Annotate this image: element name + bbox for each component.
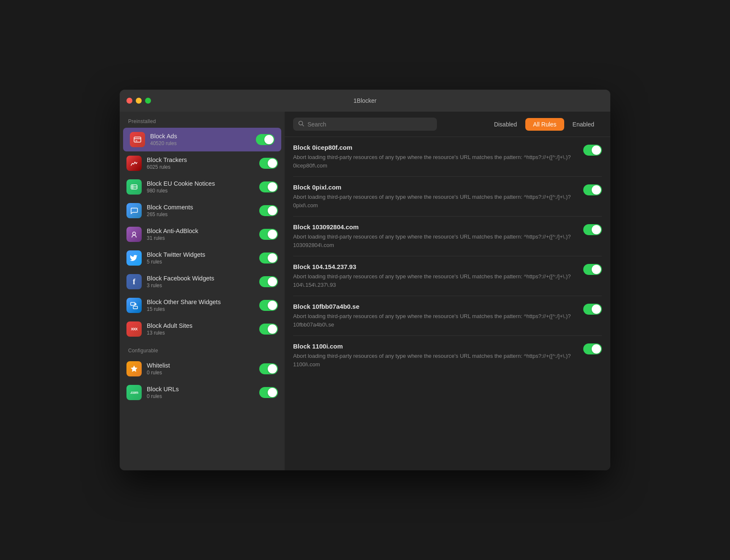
toggle-block-ads[interactable] bbox=[256, 134, 274, 145]
icon-block-share bbox=[126, 298, 142, 313]
rule-description: Abort loading third-party resources of a… bbox=[293, 193, 576, 209]
icon-whitelist bbox=[126, 361, 142, 376]
configurable-section-label: Configurable bbox=[120, 341, 285, 357]
icon-block-eu-cookie bbox=[126, 179, 142, 195]
toggle-rule-1[interactable] bbox=[583, 145, 602, 156]
sidebar-item-block-share[interactable]: Block Other Share Widgets15 rules bbox=[120, 294, 285, 317]
icon-block-trackers bbox=[126, 156, 142, 171]
sidebar-item-block-anti-adblock[interactable]: Block Anti-AdBlock31 rules bbox=[120, 222, 285, 246]
item-name-block-urls: Block URLs bbox=[147, 386, 259, 393]
svg-point-6 bbox=[133, 232, 136, 235]
toggle-rule-5[interactable] bbox=[583, 304, 602, 315]
rule-description: Abort loading third-party resources of a… bbox=[293, 352, 576, 368]
item-name-block-comments: Block Comments bbox=[147, 204, 259, 211]
maximize-button[interactable] bbox=[145, 98, 151, 104]
item-count-block-facebook: 3 rules bbox=[147, 283, 259, 288]
svg-rect-8 bbox=[133, 306, 137, 309]
filter-buttons: Disabled All Rules Enabled bbox=[486, 118, 602, 131]
rule-title: Block 103092804.com bbox=[293, 223, 576, 231]
toolbar: Disabled All Rules Enabled bbox=[285, 112, 610, 137]
rule-item: Block 104.154.237.93Abort loading third-… bbox=[293, 256, 602, 296]
toggle-block-facebook[interactable] bbox=[259, 276, 278, 287]
toggle-block-share[interactable] bbox=[259, 300, 278, 311]
rule-item: Block 1100i.comAbort loading third-party… bbox=[293, 336, 602, 375]
toggle-rule-4[interactable] bbox=[583, 264, 602, 275]
minimize-button[interactable] bbox=[136, 98, 142, 104]
rule-title: Block 0pixl.com bbox=[293, 184, 576, 191]
preinstalled-section-label: Preinstalled bbox=[120, 112, 285, 128]
rule-description: Abort loading third-party resources of a… bbox=[293, 233, 576, 249]
item-count-whitelist: 0 rules bbox=[147, 370, 259, 376]
toggle-rule-3[interactable] bbox=[583, 224, 602, 235]
item-count-block-ads: 40520 rules bbox=[150, 140, 256, 146]
sidebar-item-block-trackers[interactable]: Block Trackers6025 rules bbox=[120, 151, 285, 175]
close-button[interactable] bbox=[126, 98, 132, 104]
rule-content: Block 103092804.comAbort loading third-p… bbox=[293, 223, 576, 249]
item-count-block-adult: 13 rules bbox=[147, 330, 259, 336]
item-name-block-facebook: Block Facebook Widgets bbox=[147, 275, 259, 282]
toggle-block-anti-adblock[interactable] bbox=[259, 229, 278, 240]
rule-content: Block 0pixl.comAbort loading third-party… bbox=[293, 184, 576, 209]
icon-block-facebook: f bbox=[126, 274, 142, 289]
toggle-whitelist[interactable] bbox=[259, 363, 278, 374]
rule-item: Block 103092804.comAbort loading third-p… bbox=[293, 217, 602, 256]
icon-block-comments bbox=[126, 203, 142, 218]
toggle-block-twitter[interactable] bbox=[259, 253, 278, 264]
content-area: Preinstalled Block Ads40520 rulesBlock T… bbox=[120, 112, 610, 470]
rule-description: Abort loading third-party resources of a… bbox=[293, 272, 576, 289]
rule-content: Block 1100i.comAbort loading third-party… bbox=[293, 343, 576, 368]
search-input[interactable] bbox=[307, 121, 432, 128]
rule-title: Block 10fbb07a4b0.se bbox=[293, 303, 576, 310]
svg-rect-0 bbox=[134, 137, 141, 142]
item-name-whitelist: Whitelist bbox=[147, 362, 259, 369]
search-box bbox=[293, 118, 437, 131]
item-count-block-eu-cookie: 980 rules bbox=[147, 188, 259, 194]
icon-block-twitter bbox=[126, 250, 142, 266]
main-panel: Disabled All Rules Enabled Block 0icep80… bbox=[285, 112, 610, 470]
toggle-block-adult[interactable] bbox=[259, 324, 278, 335]
sidebar-item-block-adult[interactable]: XXXBlock Adult Sites13 rules bbox=[120, 317, 285, 341]
app-window: 1Blocker Preinstalled Block Ads40520 rul… bbox=[120, 90, 610, 470]
rule-description: Abort loading third-party resources of a… bbox=[293, 153, 576, 170]
item-count-block-urls: 0 rules bbox=[147, 393, 259, 399]
sidebar-item-whitelist[interactable]: Whitelist0 rules bbox=[120, 357, 285, 381]
item-count-block-share: 15 rules bbox=[147, 306, 259, 312]
toggle-block-trackers[interactable] bbox=[259, 158, 278, 169]
sidebar-item-block-ads[interactable]: Block Ads40520 rules bbox=[123, 128, 281, 151]
rule-description: Abort loading third-party resources of a… bbox=[293, 312, 576, 329]
icon-block-adult: XXX bbox=[126, 321, 142, 337]
rule-title: Block 0icep80f.com bbox=[293, 144, 576, 151]
filter-disabled-button[interactable]: Disabled bbox=[486, 118, 524, 131]
svg-line-10 bbox=[302, 125, 304, 126]
sidebar-item-block-urls[interactable]: .comBlock URLs0 rules bbox=[120, 381, 285, 404]
toggle-rule-2[interactable] bbox=[583, 184, 602, 195]
item-count-block-twitter: 5 rules bbox=[147, 259, 259, 265]
item-name-block-adult: Block Adult Sites bbox=[147, 322, 259, 329]
item-name-block-eu-cookie: Block EU Cookie Notices bbox=[147, 180, 259, 187]
rule-item: Block 0pixl.comAbort loading third-party… bbox=[293, 177, 602, 217]
toggle-rule-6[interactable] bbox=[583, 343, 602, 354]
item-count-block-anti-adblock: 31 rules bbox=[147, 235, 259, 241]
item-name-block-anti-adblock: Block Anti-AdBlock bbox=[147, 228, 259, 234]
filter-all-button[interactable]: All Rules bbox=[525, 118, 564, 131]
sidebar-item-block-comments[interactable]: Block Comments265 rules bbox=[120, 199, 285, 222]
toggle-block-urls[interactable] bbox=[259, 387, 278, 398]
sidebar-item-block-eu-cookie[interactable]: Block EU Cookie Notices980 rules bbox=[120, 175, 285, 199]
toggle-block-comments[interactable] bbox=[259, 205, 278, 216]
icon-block-urls: .com bbox=[126, 385, 142, 400]
sidebar-item-block-twitter[interactable]: Block Twitter Widgets5 rules bbox=[120, 246, 285, 270]
window-title: 1Blocker bbox=[354, 97, 376, 104]
item-name-block-share: Block Other Share Widgets bbox=[147, 299, 259, 305]
toggle-block-eu-cookie[interactable] bbox=[259, 181, 278, 192]
icon-block-ads bbox=[130, 132, 145, 147]
rule-item: Block 0icep80f.comAbort loading third-pa… bbox=[293, 137, 602, 177]
sidebar-item-block-facebook[interactable]: fBlock Facebook Widgets3 rules bbox=[120, 270, 285, 294]
item-name-block-ads: Block Ads bbox=[150, 133, 256, 140]
rule-content: Block 0icep80f.comAbort loading third-pa… bbox=[293, 144, 576, 170]
sidebar: Preinstalled Block Ads40520 rulesBlock T… bbox=[120, 112, 285, 470]
rule-title: Block 1100i.com bbox=[293, 343, 576, 350]
rule-item: Block 10fbb07a4b0.seAbort loading third-… bbox=[293, 296, 602, 336]
filter-enabled-button[interactable]: Enabled bbox=[565, 118, 602, 131]
item-name-block-twitter: Block Twitter Widgets bbox=[147, 251, 259, 258]
titlebar: 1Blocker bbox=[120, 90, 610, 112]
